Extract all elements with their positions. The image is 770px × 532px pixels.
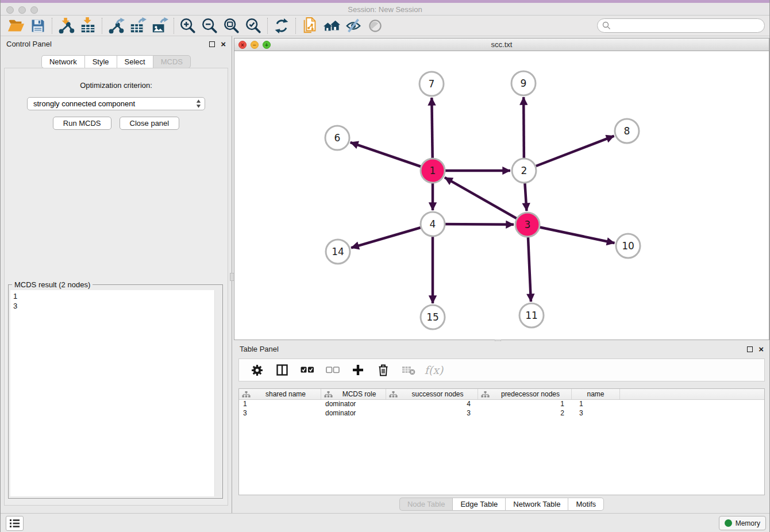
table-cell[interactable]: 4 bbox=[386, 400, 478, 409]
table-cell[interactable]: 1 bbox=[478, 400, 572, 409]
run-mcds-button[interactable]: Run MCDS bbox=[53, 117, 111, 130]
control-tab-select[interactable]: Select bbox=[117, 55, 153, 68]
shared-column-icon bbox=[242, 391, 251, 398]
mcds-result-group: MCDS result (2 nodes) 13 bbox=[8, 284, 223, 499]
search-input[interactable] bbox=[614, 21, 760, 30]
close-panel-button[interactable]: Close panel bbox=[120, 117, 180, 130]
optimization-criterion-dropdown[interactable]: strongly connected component bbox=[27, 97, 205, 110]
result-scrollbar[interactable] bbox=[214, 290, 221, 496]
node-table[interactable]: shared nameMCDS rolesuccessor nodesprede… bbox=[238, 388, 765, 495]
control-tab-style[interactable]: Style bbox=[84, 55, 117, 68]
graph-edge-3-10[interactable] bbox=[528, 225, 615, 243]
table-tab-motifs[interactable]: Motifs bbox=[568, 498, 604, 511]
table-cell[interactable]: dominator bbox=[321, 400, 386, 409]
export-table-button[interactable] bbox=[127, 17, 149, 35]
control-panel-tabs: NetworkStyleSelectMCDS bbox=[1, 55, 232, 68]
table-panel: Table Panel × bbox=[234, 341, 769, 513]
zoom-fit-icon bbox=[223, 17, 240, 34]
eye-slash-icon bbox=[345, 17, 362, 34]
show-graphics-details-button[interactable] bbox=[342, 17, 364, 35]
eye-disabled-button[interactable] bbox=[364, 17, 386, 35]
network-graph[interactable]: 7968124314101511 bbox=[234, 51, 769, 339]
table-panel-title: Table Panel bbox=[240, 345, 279, 353]
float-panel-icon[interactable] bbox=[209, 41, 215, 47]
column-header-shared-name[interactable]: shared name bbox=[239, 389, 321, 399]
table-cell[interactable]: 1 bbox=[239, 400, 321, 409]
main-area: Control Panel × NetworkStyleSelectMCDS O… bbox=[1, 36, 769, 513]
mcds-tab-content: Optimization criterion: strongly connect… bbox=[4, 68, 228, 506]
shared-column-icon bbox=[481, 391, 490, 398]
toolbar-separator bbox=[295, 18, 296, 34]
zoom-selected-button[interactable] bbox=[242, 17, 264, 35]
network-window-title: scc.txt bbox=[234, 40, 769, 49]
show-column-button[interactable] bbox=[272, 361, 292, 379]
zoom-in-button[interactable] bbox=[177, 17, 199, 35]
toolbar-separator bbox=[52, 18, 52, 34]
unselect-all-columns-button[interactable] bbox=[323, 361, 342, 379]
table-tab-edge-table[interactable]: Edge Table bbox=[452, 498, 505, 511]
column-header-predecessor-nodes[interactable]: predecessor nodes bbox=[478, 389, 572, 399]
result-line: 3 bbox=[13, 301, 211, 311]
graph-node-label-7: 7 bbox=[429, 78, 435, 90]
memory-label: Memory bbox=[736, 519, 760, 527]
import-network-button[interactable] bbox=[55, 17, 77, 35]
toolbar-separator bbox=[174, 18, 174, 34]
table-cell[interactable]: 3 bbox=[572, 409, 620, 418]
column-header-name[interactable]: name bbox=[572, 389, 620, 399]
table-row[interactable]: 1dominator411 bbox=[239, 400, 764, 409]
houses-button[interactable] bbox=[321, 17, 342, 35]
control-tab-network[interactable]: Network bbox=[41, 55, 84, 68]
float-table-panel-icon[interactable] bbox=[747, 346, 753, 352]
network-canvas[interactable]: 7968124314101511 bbox=[234, 51, 769, 340]
refresh-view-button[interactable] bbox=[271, 17, 292, 35]
export-table-icon bbox=[129, 17, 147, 34]
select-all-columns-button[interactable] bbox=[298, 361, 317, 379]
table-mode-button[interactable] bbox=[247, 361, 267, 379]
table-tab-network-table[interactable]: Network Table bbox=[505, 498, 568, 511]
table-cell[interactable]: 2 bbox=[478, 409, 572, 418]
zoom-out-button[interactable] bbox=[199, 17, 221, 35]
session-title: Session: New Session bbox=[1, 5, 769, 14]
export-network-button[interactable] bbox=[105, 17, 127, 35]
table-toolbar: f(x) bbox=[238, 358, 765, 381]
delete-columns-button[interactable] bbox=[374, 361, 393, 379]
clone-network-button[interactable] bbox=[299, 17, 321, 35]
graph-edge-3-1[interactable] bbox=[445, 178, 528, 225]
column-header-label: MCDS role bbox=[333, 390, 386, 398]
close-panel-icon[interactable]: × bbox=[221, 41, 226, 47]
table-tab-node-table[interactable]: Node Table bbox=[399, 498, 453, 511]
memory-button[interactable]: Memory bbox=[719, 516, 766, 530]
graph-node-label-8: 8 bbox=[624, 125, 630, 137]
save-session-button[interactable] bbox=[27, 17, 49, 35]
function-builder-button[interactable]: f(x) bbox=[424, 361, 444, 379]
export-image-button[interactable] bbox=[149, 17, 171, 35]
delete-table-icon bbox=[402, 365, 415, 375]
open-session-button[interactable] bbox=[5, 17, 27, 35]
plus-icon bbox=[352, 364, 364, 376]
column-header-successor-nodes[interactable]: successor nodes bbox=[386, 389, 478, 399]
table-panel-header: Table Panel × bbox=[234, 341, 769, 357]
column-header-MCDS-role[interactable]: MCDS role bbox=[321, 389, 386, 399]
eye-disabled-icon bbox=[367, 18, 383, 34]
toolbar-separator bbox=[102, 18, 102, 34]
graph-edge-2-8[interactable] bbox=[524, 136, 614, 171]
table-cell[interactable]: 1 bbox=[572, 400, 620, 409]
table-cell[interactable]: 3 bbox=[239, 409, 321, 418]
graph-node-label-6: 6 bbox=[334, 132, 341, 144]
control-tab-mcds[interactable]: MCDS bbox=[153, 55, 191, 68]
open-folder-icon bbox=[7, 17, 25, 34]
table-cell[interactable]: dominator bbox=[321, 409, 386, 418]
save-floppy-icon bbox=[30, 18, 46, 34]
task-history-button[interactable] bbox=[6, 516, 24, 531]
mcds-result-text[interactable]: 13 bbox=[10, 290, 214, 496]
table-cell[interactable]: 3 bbox=[386, 409, 478, 418]
create-column-button[interactable] bbox=[348, 361, 368, 379]
zoom-fit-button[interactable] bbox=[221, 17, 242, 35]
close-table-panel-icon[interactable]: × bbox=[759, 346, 764, 352]
delete-table-button[interactable] bbox=[399, 361, 418, 379]
graph-edge-1-6[interactable] bbox=[351, 142, 433, 171]
import-table-button[interactable] bbox=[77, 17, 99, 35]
network-window-titlebar[interactable]: × − + scc.txt bbox=[234, 38, 769, 51]
table-row[interactable]: 3dominator323 bbox=[239, 409, 764, 418]
zoom-in-icon bbox=[179, 17, 197, 34]
